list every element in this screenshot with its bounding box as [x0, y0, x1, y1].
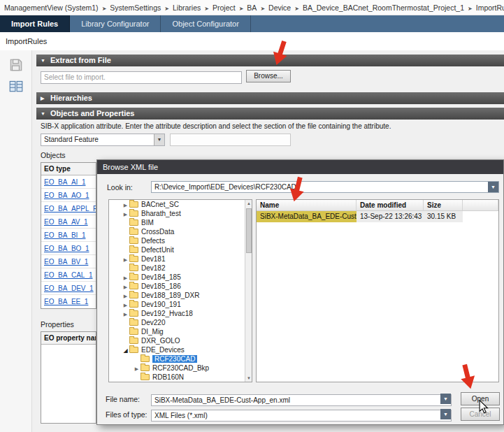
tree-item[interactable]: RDB160N — [109, 373, 252, 382]
feature-combobox[interactable]: Standard Feature ▼ — [41, 134, 165, 146]
expander-icon[interactable]: ◢ — [122, 346, 129, 355]
eo-type-column-header[interactable]: EO type — [41, 163, 96, 175]
tree-item-selected[interactable]: RCF230CAD — [109, 354, 252, 363]
tree-item[interactable]: DXR_GOLO — [109, 336, 252, 345]
file-list: Name Date modified Size SiBX-MetaData_BA… — [256, 199, 499, 382]
section-title: Extract from File — [50, 56, 111, 64]
tree-item[interactable]: DI_Mig — [109, 327, 252, 336]
tree-item[interactable]: ▶Dev184_185 — [109, 273, 252, 282]
eo-type-link[interactable]: EO_BA_DEV_1 — [41, 282, 96, 295]
browse-button[interactable]: Browse... — [246, 70, 291, 82]
chevron-right-icon: ▶ — [41, 92, 44, 104]
breadcrumb-item[interactable]: Project — [213, 3, 236, 12]
folder-tree: ▶BACnet_SC ▶Bharath_test BIM CrossData D… — [108, 199, 252, 382]
folder-icon — [141, 356, 150, 362]
attribute-value-input[interactable] — [170, 134, 291, 146]
section-header-extract-from-file[interactable]: ▼ Extract from File — [36, 55, 504, 66]
eo-type-link[interactable]: EO_BA_AV_1 — [41, 215, 96, 229]
cancel-button[interactable]: Cancel — [461, 408, 500, 421]
eo-type-table: EO type EO_BA_AI_1 EO_BA_AO_1 EO_BA_APPL… — [41, 162, 96, 309]
eo-type-link[interactable]: EO_BA_AO_1 — [41, 189, 96, 202]
breadcrumb-item[interactable]: ImportRules — [476, 3, 504, 12]
breadcrumb-separator-icon: ➤ — [239, 6, 244, 12]
eo-type-link[interactable]: EO_BA_BO_1 — [41, 242, 96, 255]
file-list-header: Name Date modified Size — [257, 200, 498, 211]
tab-import-rules[interactable]: Import Rules — [0, 15, 70, 32]
column-header-name[interactable]: Name — [257, 200, 357, 210]
breadcrumb-item[interactable]: BA — [247, 3, 257, 12]
eo-type-link[interactable]: EO_BA_CAL_1 — [41, 268, 96, 282]
tree-item[interactable]: ▶Dev185_186 — [109, 282, 252, 291]
eo-type-link[interactable]: EO_BA_EE_1 — [41, 295, 96, 308]
section-header-hierarchies[interactable]: ▶ Hierarchies — [36, 92, 504, 104]
attribute-description-text: SIB-X application attribute. Enter the a… — [41, 122, 495, 130]
open-button[interactable]: Open — [461, 392, 500, 405]
folder-icon — [129, 247, 138, 253]
chevron-down-icon[interactable]: ▼ — [440, 394, 451, 404]
tree-item[interactable]: ◢EDE_Devices — [109, 345, 252, 354]
scrollbar-thumb[interactable] — [246, 208, 252, 253]
tree-item[interactable]: ▶Dev181 — [109, 254, 252, 264]
folder-icon — [129, 301, 138, 308]
scroll-down-icon[interactable]: ▼ — [245, 375, 252, 382]
file-row-selected[interactable]: SiBX-MetaData_BA_EDE-Cust... 13-Sep-22 1… — [257, 211, 498, 222]
chevron-down-icon: ▼ — [41, 108, 45, 120]
eo-property-table-body — [41, 345, 96, 423]
import-mapping-button[interactable] — [7, 78, 25, 95]
tree-item[interactable]: DefectUnit — [109, 245, 252, 254]
file-name-label: File name: — [106, 395, 140, 403]
tab-library-configurator[interactable]: Library Configurator — [70, 15, 161, 32]
tree-item[interactable]: BIM — [109, 218, 252, 227]
save-button[interactable] — [7, 57, 25, 74]
tree-item[interactable]: Dev220 — [109, 318, 252, 327]
breadcrumb-item[interactable]: Device — [268, 3, 291, 12]
tree-item[interactable]: ▶Bharath_test — [109, 209, 252, 218]
chevron-down-icon[interactable]: ▼ — [154, 134, 164, 145]
file-name-cell: SiBX-MetaData_BA_EDE-Cust... — [257, 211, 357, 222]
file-import-input[interactable] — [41, 71, 242, 84]
folder-icon — [129, 338, 138, 344]
eo-property-column-header[interactable]: EO property name — [41, 332, 96, 345]
eo-type-link[interactable]: EO_BA_BV_1 — [41, 255, 96, 268]
breadcrumb-item[interactable]: ManagementView (System1) — [4, 3, 99, 12]
column-header-size[interactable]: Size — [424, 200, 463, 210]
section-title: Hierarchies — [50, 94, 92, 102]
eo-type-link[interactable]: EO_BA_BI_1 — [41, 229, 96, 242]
scroll-up-icon[interactable]: ▲ — [245, 200, 252, 207]
files-of-type-combobox[interactable] — [151, 410, 452, 422]
tree-item-label: Dev181 — [141, 255, 165, 263]
file-name-input[interactable] — [151, 394, 452, 406]
properties-label: Properties — [41, 320, 74, 329]
column-header-date-modified[interactable]: Date modified — [357, 200, 424, 210]
folder-icon — [129, 256, 138, 262]
tree-item[interactable]: ▶BACnet_SC — [109, 200, 252, 209]
tree-item[interactable]: CrossData — [109, 227, 252, 236]
eo-type-link[interactable]: EO_BA_APPL_Room — [41, 202, 96, 215]
tree-item[interactable]: Dev182 — [109, 264, 252, 273]
look-in-combobox[interactable]: R:\Device_Import\EDE_Devices\RCF230CAD ▼ — [151, 181, 499, 193]
eo-type-link[interactable]: EO_BA_AI_1 — [41, 175, 96, 189]
tree-item-label: Dev184_185 — [141, 273, 181, 281]
tree-item[interactable]: Defects — [109, 236, 252, 245]
breadcrumb-item[interactable]: Libraries — [173, 3, 201, 12]
chevron-down-icon[interactable]: ▼ — [488, 182, 498, 192]
breadcrumb: ManagementView (System1)➤SystemSettings➤… — [0, 0, 504, 15]
tree-item[interactable]: ▶Dev192_Hvac18 — [109, 309, 252, 318]
tree-item[interactable]: ▶Dev188_189_DXR — [109, 291, 252, 300]
section-header-objects-and-properties[interactable]: ▼ Objects and Properties — [36, 108, 504, 120]
breadcrumb-item[interactable]: SystemSettings — [110, 3, 161, 12]
page-title: ImportRules — [0, 32, 504, 50]
tree-item[interactable]: ▶Dev190_191 — [109, 300, 252, 309]
look-in-value: R:\Device_Import\EDE_Devices\RCF230CAD — [154, 183, 296, 191]
folder-icon — [141, 374, 150, 380]
tree-item[interactable]: ▶RCF230CAD_Bkp — [109, 363, 252, 373]
tree-item-label: Defects — [141, 237, 165, 245]
breadcrumb-item[interactable]: BA_Device_BACnet_RoomThermostat_Project_… — [303, 3, 464, 12]
tab-object-configurator[interactable]: Object Configurator — [161, 15, 250, 32]
dialog-title-bar[interactable]: Browse XML file — [97, 160, 503, 174]
tree-scrollbar[interactable]: ▲ ▼ — [245, 200, 252, 382]
tree-item-label: Dev185_186 — [141, 282, 181, 290]
tree-item-label: RCF230CAD_Bkp — [152, 364, 209, 372]
tab-bar: Import RulesLibrary ConfiguratorObject C… — [0, 15, 504, 32]
chevron-down-icon[interactable]: ▼ — [440, 409, 451, 419]
